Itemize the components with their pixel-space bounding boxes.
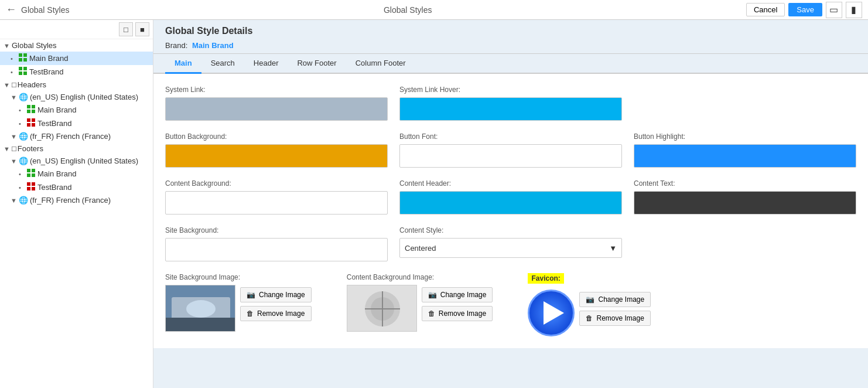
- tree-toggle: •: [19, 107, 26, 114]
- content-style-label: Content Style:: [399, 226, 622, 234]
- site-background-image-field: Site Background Image:: [165, 273, 312, 336]
- topbar: ← Global Styles Global Styles Cancel Sav…: [0, 0, 868, 20]
- topbar-center-title: Global Styles: [384, 5, 432, 15]
- tab-row-footer[interactable]: Row Footer: [288, 54, 346, 74]
- site-background-image-label: Site Background Image:: [165, 273, 312, 281]
- svg-rect-13: [32, 118, 35, 122]
- tree-toggle: •: [19, 120, 26, 127]
- svg-point-26: [186, 300, 216, 318]
- remove-image-icon: 🗑: [428, 309, 435, 318]
- tree-toggle: ▼: [11, 197, 18, 204]
- form-row-system-links: System Link: System Link Hover:: [165, 86, 856, 121]
- site-background-change-image-button[interactable]: 📷 Change Image: [240, 287, 312, 302]
- content-background-color-input[interactable]: [165, 191, 388, 215]
- form-row-buttons: Button Background: Button Font: Button H…: [165, 132, 856, 168]
- tab-search[interactable]: Search: [201, 54, 244, 74]
- sidebar-item-testbrand-footer[interactable]: • TestBrand: [0, 181, 153, 194]
- svg-rect-27: [166, 318, 235, 332]
- favicon-image-buttons: 📷 Change Image 🗑 Remove Image: [579, 292, 651, 326]
- topbar-left-title: Global Styles: [21, 5, 69, 15]
- button-background-label: Button Background:: [165, 132, 388, 141]
- sidebar-item-footers[interactable]: ▼ □ Footers: [0, 142, 153, 155]
- tab-main[interactable]: Main: [165, 54, 201, 74]
- content-text-color-swatch[interactable]: [634, 191, 856, 215]
- chevron-down-icon: ▼: [609, 244, 617, 253]
- svg-rect-0: [19, 53, 22, 57]
- content-header-color-swatch[interactable]: [399, 191, 622, 215]
- sidebar-toolbar: □ ■: [0, 20, 153, 39]
- grid-icon: [19, 53, 27, 63]
- button-background-field: Button Background:: [165, 132, 388, 168]
- sidebar-item-main-brand-footer[interactable]: • Main Brand: [0, 167, 153, 181]
- tree-root[interactable]: ▼ Global Styles: [0, 39, 153, 52]
- add-button[interactable]: ■: [135, 22, 149, 36]
- sidebar-item-en-us[interactable]: ▼ 🌐 (en_US) English (United States): [0, 91, 153, 103]
- sidebar-item-testbrand-label: TestBrand: [29, 67, 64, 76]
- button-background-color-swatch[interactable]: [165, 144, 388, 168]
- content-style-select[interactable]: Centered ▼: [399, 238, 622, 258]
- grid-icon-red: [27, 118, 35, 128]
- remove-image-icon: 🗑: [586, 314, 593, 322]
- brand-label: Brand:: [165, 41, 187, 50]
- favicon-change-image-button[interactable]: 📷 Change Image: [579, 292, 651, 307]
- content-background-image-preview: [347, 285, 417, 332]
- tab-column-footer[interactable]: Column Footer: [346, 54, 415, 74]
- content-background-image-label: Content Background Image:: [347, 273, 493, 281]
- grid-icon-red: [27, 182, 35, 192]
- system-link-color-swatch[interactable]: [165, 97, 388, 121]
- globe-icon: 🌐: [19, 93, 28, 101]
- svg-rect-23: [32, 187, 35, 190]
- svg-rect-4: [19, 67, 22, 70]
- tree-toggle: ▼: [11, 133, 18, 140]
- sidebar-item-fr-fr[interactable]: ▼ 🌐 (fr_FR) French (France): [0, 130, 153, 142]
- system-link-hover-field: System Link Hover:: [399, 86, 622, 121]
- fullscreen-icon[interactable]: ▭: [826, 2, 842, 18]
- svg-rect-5: [23, 67, 27, 70]
- remove-image-label: Remove Image: [439, 309, 486, 318]
- site-background-color-input[interactable]: [165, 238, 388, 261]
- sidebar-item-main-brand-header[interactable]: • Main Brand: [0, 103, 153, 117]
- content-background-label: Content Background:: [165, 179, 388, 188]
- sidebar-item-fr-fr-label: (fr_FR) French (France): [30, 132, 111, 141]
- content-background-change-image-button[interactable]: 📷 Change Image: [422, 287, 493, 302]
- grid-view-icon[interactable]: ▮: [846, 2, 862, 18]
- cancel-button[interactable]: Cancel: [746, 3, 785, 16]
- spacer2: [634, 226, 856, 261]
- svg-rect-21: [32, 182, 35, 186]
- sidebar-item-main-brand[interactable]: • Main Brand: [0, 52, 153, 65]
- save-button[interactable]: Save: [788, 3, 822, 16]
- svg-rect-20: [27, 182, 30, 186]
- back-button[interactable]: ←: [6, 4, 16, 16]
- sidebar-item-testbrand-footer-label: TestBrand: [37, 183, 72, 192]
- sidebar-item-testbrand[interactable]: • TestBrand: [0, 65, 153, 79]
- svg-rect-6: [19, 72, 22, 75]
- svg-rect-19: [32, 173, 35, 177]
- favicon-remove-image-button[interactable]: 🗑 Remove Image: [579, 311, 651, 326]
- tab-header[interactable]: Header: [244, 54, 288, 74]
- tree-toggle: ▼: [4, 145, 11, 152]
- tree-toggle-root: ▼: [4, 42, 11, 49]
- sidebar-item-fr-fr-footer[interactable]: ▼ 🌐 (fr_FR) French (France): [0, 194, 153, 206]
- content-background-remove-image-button[interactable]: 🗑 Remove Image: [422, 306, 493, 321]
- button-font-color-input[interactable]: [399, 144, 622, 168]
- globe-icon: 🌐: [19, 156, 28, 165]
- site-background-remove-image-button[interactable]: 🗑 Remove Image: [240, 306, 312, 321]
- page-title: Global Style Details: [165, 26, 856, 36]
- system-link-hover-label: System Link Hover:: [399, 86, 622, 94]
- sidebar-item-en-us-footer-label: (en_US) English (United States): [30, 156, 138, 165]
- folder-icon: □: [12, 144, 16, 153]
- collapse-button[interactable]: □: [119, 22, 133, 36]
- sidebar-item-headers[interactable]: ▼ □ Headers: [0, 79, 153, 91]
- sidebar-item-testbrand-header[interactable]: • TestBrand: [0, 117, 153, 130]
- tree-root-label: Global Styles: [12, 41, 57, 50]
- content-header-section: Global Style Details Brand: Main Brand: [153, 20, 868, 54]
- favicon-preview: [528, 290, 575, 336]
- favicon-highlight: Favicon:: [528, 273, 563, 284]
- svg-rect-12: [27, 118, 30, 122]
- sidebar-item-en-us-footer[interactable]: ▼ 🌐 (en_US) English (United States): [0, 155, 153, 167]
- button-highlight-color-swatch[interactable]: [634, 144, 856, 168]
- system-link-hover-color-swatch[interactable]: [399, 97, 622, 121]
- content-header-label: Content Header:: [399, 179, 622, 188]
- tree-toggle: •: [19, 184, 26, 191]
- change-image-label: Change Image: [259, 291, 305, 299]
